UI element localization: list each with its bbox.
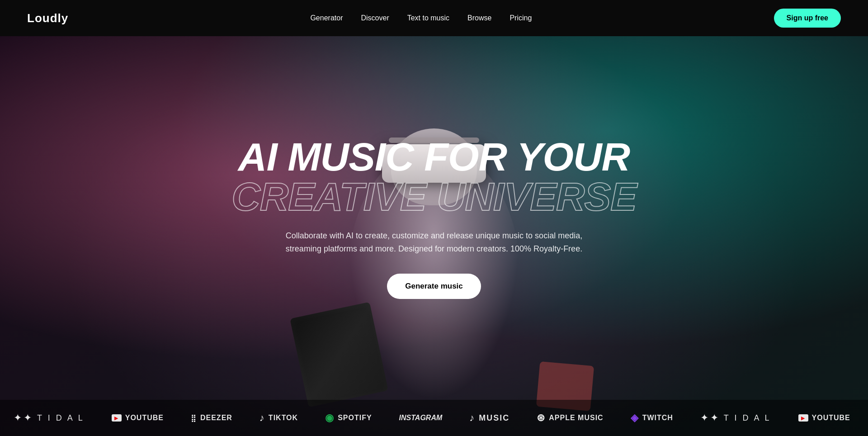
logos-strip: ✦✦ T I D A L ▶ YouTube ⣿ deezer ♪ TikTok… bbox=[0, 400, 868, 436]
nav-item-generator[interactable]: Generator bbox=[310, 14, 343, 22]
logo-youtube-2: ▶ YouTube bbox=[798, 414, 850, 422]
logo-tiktok-1: ♪ TikTok bbox=[259, 412, 298, 424]
nav-item-discover[interactable]: Discover bbox=[361, 14, 389, 22]
logo-apple-music-1: ⊛ Apple Music bbox=[537, 412, 603, 424]
apple-icon: ⊛ bbox=[537, 412, 545, 424]
tidal-icon: ✦✦ bbox=[14, 412, 33, 424]
logo-tidal-1: ✦✦ T I D A L bbox=[14, 412, 85, 424]
logo-twitch-1: ◈ Twitch bbox=[631, 412, 673, 424]
nav-item-browse[interactable]: Browse bbox=[467, 14, 491, 22]
spotify-icon: ◉ bbox=[325, 412, 334, 424]
logo-spotify-1: ◉ Spotify bbox=[325, 412, 372, 424]
navbar: Loudly Generator Discover Text to music … bbox=[0, 0, 868, 36]
youtube-icon-2: ▶ bbox=[798, 414, 808, 422]
hero-section: AI MUSIC FOR YOUR CREATIVE UNIVERSE Coll… bbox=[0, 0, 868, 436]
deezer-icon: ⣿ bbox=[191, 414, 197, 422]
logo-deezer-1: ⣿ deezer bbox=[191, 414, 232, 422]
tidal-icon-2: ✦✦ bbox=[700, 412, 720, 424]
logos-track: ✦✦ T I D A L ▶ YouTube ⣿ deezer ♪ TikTok… bbox=[0, 412, 868, 424]
logo[interactable]: Loudly bbox=[27, 11, 68, 25]
logo-tidal-2: ✦✦ T I D A L bbox=[700, 412, 771, 424]
twitch-icon: ◈ bbox=[631, 412, 639, 424]
hero-content: AI MUSIC FOR YOUR CREATIVE UNIVERSE Coll… bbox=[231, 137, 637, 299]
hero-subtitle: Collaborate with AI to create, customize… bbox=[276, 229, 592, 256]
nav-links: Generator Discover Text to music Browse … bbox=[310, 14, 532, 22]
tiktok-icon: ♪ bbox=[259, 412, 265, 424]
logo-music-1: ♪ music bbox=[469, 412, 509, 424]
logo-youtube-1: ▶ YouTube bbox=[112, 414, 164, 422]
generate-music-button[interactable]: Generate music bbox=[387, 274, 481, 299]
signup-button[interactable]: Sign up free bbox=[774, 9, 841, 28]
hero-title-line2: CREATIVE UNIVERSE bbox=[231, 177, 637, 217]
hero-title-line1: AI MUSIC FOR YOUR bbox=[231, 137, 637, 177]
music-icon: ♪ bbox=[469, 412, 475, 424]
youtube-icon: ▶ bbox=[112, 414, 122, 422]
logo-instagram-1: Instagram bbox=[399, 414, 443, 422]
nav-item-text-to-music[interactable]: Text to music bbox=[407, 14, 449, 22]
nav-item-pricing[interactable]: Pricing bbox=[509, 14, 532, 22]
